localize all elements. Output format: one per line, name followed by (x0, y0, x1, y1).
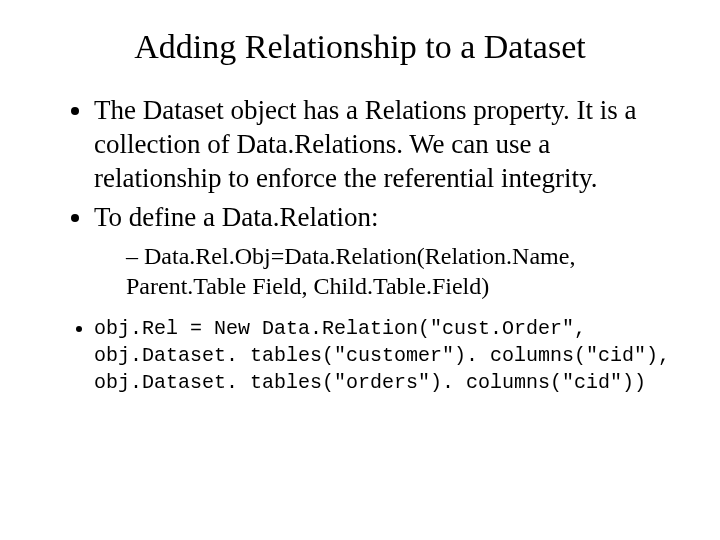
code-bullet-item: obj.Rel = New Data.Relation("cust.Order"… (94, 315, 672, 396)
bullet-item-2: To define a Data.Relation: Data.Rel.Obj=… (94, 201, 672, 301)
slide-title: Adding Relationship to a Dataset (48, 28, 672, 66)
bullet-item-1: The Dataset object has a Relations prope… (94, 94, 672, 195)
code-bullet-list: obj.Rel = New Data.Relation("cust.Order"… (48, 315, 672, 396)
bullet-list: The Dataset object has a Relations prope… (48, 94, 672, 301)
sub-bullet-item-1: Data.Rel.Obj=Data.Relation(Relation.Name… (126, 241, 672, 301)
slide: Adding Relationship to a Dataset The Dat… (0, 0, 720, 540)
sub-bullet-list: Data.Rel.Obj=Data.Relation(Relation.Name… (94, 241, 672, 301)
bullet-item-2-text: To define a Data.Relation: (94, 202, 379, 232)
